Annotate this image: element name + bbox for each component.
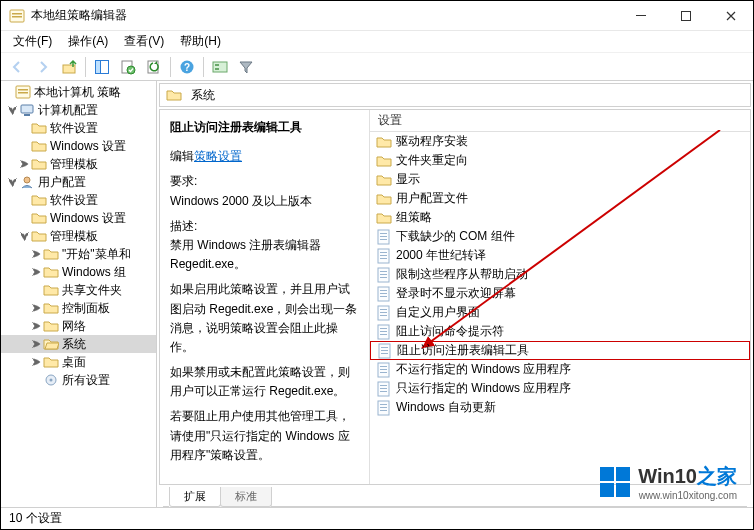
list-item[interactable]: 组策略 <box>370 208 750 227</box>
menu-file[interactable]: 文件(F) <box>7 31 58 52</box>
tree-item[interactable]: 软件设置 <box>1 191 156 209</box>
svg-rect-50 <box>381 347 388 348</box>
folder-icon <box>31 228 47 244</box>
setting-icon <box>376 381 392 397</box>
tree-item-system[interactable]: ⮞系统 <box>1 335 156 353</box>
list-item[interactable]: 文件夹重定向 <box>370 151 750 170</box>
close-button[interactable] <box>708 1 753 30</box>
list-item[interactable]: Windows 自动更新 <box>370 398 750 417</box>
list-item[interactable]: 2000 年世纪转译 <box>370 246 750 265</box>
refresh-button[interactable] <box>142 55 166 79</box>
list-item[interactable]: 只运行指定的 Windows 应用程序 <box>370 379 750 398</box>
tree-item[interactable]: 软件设置 <box>1 119 156 137</box>
tab-standard[interactable]: 标准 <box>220 487 272 507</box>
list-item[interactable]: 用户配置文件 <box>370 189 750 208</box>
svg-rect-34 <box>380 271 387 272</box>
svg-rect-66 <box>616 467 630 481</box>
tree-computer-config[interactable]: ⮟ 计算机配置 <box>1 101 156 119</box>
menu-help[interactable]: 帮助(H) <box>174 31 227 52</box>
back-button[interactable] <box>5 55 29 79</box>
list-header[interactable]: 设置 <box>370 110 750 132</box>
folder-icon <box>43 354 59 370</box>
expand-icon[interactable]: ⮞ <box>31 249 43 260</box>
toolbar: ? <box>1 53 753 81</box>
expand-icon[interactable]: ⮞ <box>31 357 43 368</box>
tree-item[interactable]: 共享文件夹 <box>1 281 156 299</box>
list-item[interactable]: 不运行指定的 Windows 应用程序 <box>370 360 750 379</box>
svg-rect-4 <box>681 11 690 20</box>
svg-rect-46 <box>380 328 387 329</box>
folder-icon <box>376 172 392 188</box>
svg-rect-63 <box>380 407 387 408</box>
collapse-icon[interactable]: ⮟ <box>19 231 31 242</box>
tab-extended[interactable]: 扩展 <box>169 487 221 507</box>
expand-icon[interactable]: ⮞ <box>19 159 31 170</box>
svg-rect-13 <box>213 62 227 72</box>
list-item[interactable]: 限制这些程序从帮助启动 <box>370 265 750 284</box>
settings-list[interactable]: 设置 驱动程序安装文件夹重定向显示用户配置文件组策略下载缺少的 COM 组件20… <box>370 110 750 484</box>
properties-button[interactable] <box>116 55 140 79</box>
help-button[interactable]: ? <box>175 55 199 79</box>
tree-item[interactable]: ⮞桌面 <box>1 353 156 371</box>
svg-rect-30 <box>380 252 387 253</box>
menu-view[interactable]: 查看(V) <box>118 31 170 52</box>
show-hide-button[interactable] <box>90 55 114 79</box>
menu-action[interactable]: 操作(A) <box>62 31 114 52</box>
list-item-label: Windows 自动更新 <box>396 399 496 416</box>
setting-icon <box>376 286 392 302</box>
maximize-button[interactable] <box>663 1 708 30</box>
list-item[interactable]: 下载缺少的 COM 组件 <box>370 227 750 246</box>
svg-rect-19 <box>21 105 33 113</box>
list-item-label: 阻止访问命令提示符 <box>396 323 504 340</box>
forward-button[interactable] <box>31 55 55 79</box>
svg-rect-60 <box>380 391 387 392</box>
list-item[interactable]: 登录时不显示欢迎屏幕 <box>370 284 750 303</box>
tree-root[interactable]: 本地计算机 策略 <box>1 83 156 101</box>
setting-icon <box>377 343 393 359</box>
list-item[interactable]: 自定义用户界面 <box>370 303 750 322</box>
edit-policy-link[interactable]: 策略设置 <box>194 149 242 163</box>
filter-options-button[interactable] <box>208 55 232 79</box>
tree-item[interactable]: ⮞控制面板 <box>1 299 156 317</box>
minimize-button[interactable] <box>618 1 663 30</box>
list-item-label: 登录时不显示欢迎屏幕 <box>396 285 516 302</box>
svg-rect-55 <box>380 369 387 370</box>
list-item[interactable]: 驱动程序安装 <box>370 132 750 151</box>
tree-item[interactable]: ⮞"开始"菜单和 <box>1 245 156 263</box>
expand-icon[interactable]: ⮞ <box>31 321 43 332</box>
list-item-highlighted[interactable]: 阻止访问注册表编辑工具 <box>370 341 750 360</box>
list-item-label: 驱动程序安装 <box>396 133 468 150</box>
tree-admin-templates[interactable]: ⮟管理模板 <box>1 227 156 245</box>
svg-rect-15 <box>215 68 219 70</box>
setting-icon <box>376 362 392 378</box>
status-bar: 10 个设置 <box>1 507 753 529</box>
tree-panel[interactable]: 本地计算机 策略 ⮟ 计算机配置 软件设置 Windows 设置 ⮞管理模板 <box>1 81 157 507</box>
tree-item[interactable]: ⮞网络 <box>1 317 156 335</box>
up-button[interactable] <box>57 55 81 79</box>
setting-icon <box>376 400 392 416</box>
svg-point-23 <box>50 379 53 382</box>
tree-item[interactable]: Windows 设置 <box>1 137 156 155</box>
list-item[interactable]: 显示 <box>370 170 750 189</box>
folder-icon <box>31 156 47 172</box>
svg-rect-44 <box>380 315 387 316</box>
selected-title: 阻止访问注册表编辑工具 <box>170 118 359 137</box>
svg-rect-18 <box>18 92 28 94</box>
settings-icon <box>43 372 59 388</box>
svg-rect-39 <box>380 293 387 294</box>
collapse-icon[interactable]: ⮟ <box>7 177 19 188</box>
tree-item[interactable]: 所有设置 <box>1 371 156 389</box>
tree-item[interactable]: ⮞Windows 组 <box>1 263 156 281</box>
expand-icon[interactable]: ⮞ <box>31 339 43 350</box>
tree-user-config[interactable]: ⮟ 用户配置 <box>1 173 156 191</box>
tree-item[interactable]: ⮞管理模板 <box>1 155 156 173</box>
tree-item[interactable]: Windows 设置 <box>1 209 156 227</box>
list-item-label: 阻止访问注册表编辑工具 <box>397 342 529 359</box>
list-item[interactable]: 阻止访问命令提示符 <box>370 322 750 341</box>
expand-icon[interactable]: ⮞ <box>31 267 43 278</box>
titlebar: 本地组策略编辑器 <box>1 1 753 31</box>
collapse-icon[interactable]: ⮟ <box>7 105 19 116</box>
svg-rect-27 <box>380 236 387 237</box>
filter-button[interactable] <box>234 55 258 79</box>
expand-icon[interactable]: ⮞ <box>31 303 43 314</box>
